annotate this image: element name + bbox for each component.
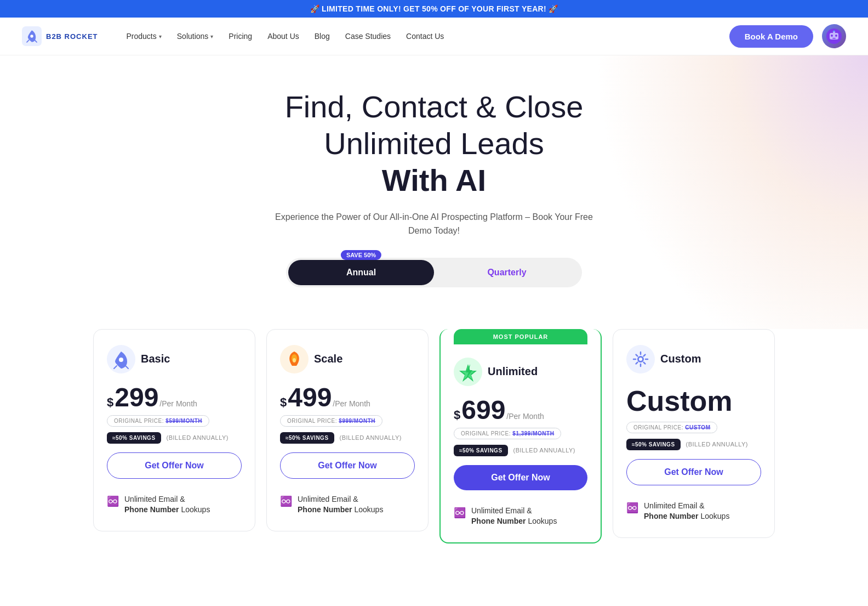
basic-savings: ≈50% SAVINGS (BILLED ANNUALLY) xyxy=(107,432,242,444)
infinity-icon: ♾️ xyxy=(626,502,638,514)
nav-links: Products ▾ Solutions ▾ Pricing About Us … xyxy=(120,27,729,45)
svg-point-13 xyxy=(293,358,296,363)
basic-plan-name: Basic xyxy=(141,353,170,365)
unlimited-plan-card: MOST POPULAR Unlimited $ 699 /Per Month … xyxy=(439,329,602,543)
nav-about[interactable]: About Us xyxy=(261,27,306,45)
basic-plan-icon xyxy=(107,345,135,373)
quarterly-toggle[interactable]: Quarterly xyxy=(434,260,580,285)
hero-background xyxy=(594,55,868,329)
toggle-pill: SAVE 50% Annual Quarterly xyxy=(286,258,582,287)
scale-plan-card: Scale $ 499 /Per Month ORIGINAL PRICE: $… xyxy=(266,329,429,531)
unlimited-plan-name: Unlimited xyxy=(488,365,538,378)
basic-plan-card: Basic $ 299 /Per Month ORIGINAL PRICE: $… xyxy=(93,329,255,531)
svg-point-1 xyxy=(30,35,33,37)
logo-icon xyxy=(22,26,42,46)
book-demo-button[interactable]: Book A Demo xyxy=(729,25,813,48)
save-badge: SAVE 50% xyxy=(341,250,381,260)
scale-cta-button[interactable]: Get Offer Now xyxy=(280,452,415,479)
scale-original-price: ORIGINAL PRICE: $999/MONTH xyxy=(280,415,382,427)
unlimited-original-price: ORIGINAL PRICE: $1,399/MONTH xyxy=(454,428,561,439)
plan-header: Unlimited xyxy=(454,358,587,386)
custom-plan-card: Custom Custom ORIGINAL PRICE: CUSTOM ≈50… xyxy=(613,329,775,538)
custom-plan-icon xyxy=(626,345,655,373)
scale-plan-name: Scale xyxy=(314,353,342,365)
basic-price-row: $ 299 /Per Month xyxy=(107,384,242,411)
infinity-icon: ♾️ xyxy=(454,507,466,519)
plan-header: Scale xyxy=(280,345,415,373)
chevron-down-icon: ▾ xyxy=(159,33,162,39)
nav-case-studies[interactable]: Case Studies xyxy=(339,27,397,45)
hero-title: Find, Contact & Close Unlimited Leads Wi… xyxy=(242,88,626,199)
infinity-icon: ♾️ xyxy=(107,495,119,507)
scale-plan-icon xyxy=(280,345,309,373)
plan-header: Basic xyxy=(107,345,242,373)
custom-plan-name: Custom xyxy=(660,353,701,365)
nav-contact[interactable]: Contact Us xyxy=(399,27,450,45)
custom-original-price: ORIGINAL PRICE: CUSTOM xyxy=(626,422,717,433)
custom-savings: ≈50% SAVINGS (BILLED ANNUALLY) xyxy=(626,439,761,450)
basic-cta-button[interactable]: Get Offer Now xyxy=(107,452,242,479)
basic-feature-email: ♾️ Unlimited Email & Phone Number Lookup… xyxy=(107,494,242,516)
nav-pricing[interactable]: Pricing xyxy=(222,27,259,45)
billing-toggle[interactable]: SAVE 50% Annual Quarterly xyxy=(22,258,846,287)
unlimited-savings: ≈50% SAVINGS (BILLED ANNUALLY) xyxy=(454,445,587,456)
chevron-down-icon: ▾ xyxy=(210,33,213,39)
navbar: B2B ROCKET Products ▾ Solutions ▾ Pricin… xyxy=(0,18,868,55)
unlimited-plan-icon xyxy=(454,358,482,386)
svg-point-5 xyxy=(835,35,837,37)
logo-text: B2B ROCKET xyxy=(46,32,98,41)
unlimited-cta-button[interactable]: Get Offer Now xyxy=(454,465,587,490)
nav-right: Book A Demo xyxy=(729,24,846,48)
annual-toggle[interactable]: SAVE 50% Annual xyxy=(288,260,434,285)
hero-subtitle: Experience the Power of Our All-in-One A… xyxy=(275,210,593,238)
custom-feature-email: ♾️ Unlimited Email & Phone Number Lookup… xyxy=(626,501,761,522)
unlimited-feature-email: ♾️ Unlimited Email & Phone Number Lookup… xyxy=(454,506,587,527)
scale-price-row: $ 499 /Per Month xyxy=(280,384,415,411)
svg-point-18 xyxy=(639,358,642,361)
plan-header: Custom xyxy=(626,345,761,373)
avatar[interactable] xyxy=(822,24,846,48)
hero-section: Find, Contact & Close Unlimited Leads Wi… xyxy=(0,55,868,329)
nav-solutions[interactable]: Solutions ▾ xyxy=(170,27,220,45)
nav-products[interactable]: Products ▾ xyxy=(120,27,168,45)
custom-cta-button[interactable]: Get Offer Now xyxy=(626,459,761,485)
scale-savings: ≈50% SAVINGS (BILLED ANNUALLY) xyxy=(280,432,415,444)
svg-point-4 xyxy=(831,35,833,37)
promo-banner: 🚀 LIMITED TIME ONLY! GET 50% OFF OF YOUR… xyxy=(0,0,868,18)
unlimited-price-row: $ 699 /Per Month xyxy=(454,397,587,423)
logo[interactable]: B2B ROCKET xyxy=(22,26,98,46)
custom-price-row: Custom xyxy=(626,384,761,417)
avatar-icon xyxy=(825,27,843,45)
most-popular-badge: MOST POPULAR xyxy=(454,329,587,344)
basic-original-price: ORIGINAL PRICE: $599/MONTH xyxy=(107,415,209,427)
svg-rect-6 xyxy=(832,38,836,39)
scale-feature-email: ♾️ Unlimited Email & Phone Number Lookup… xyxy=(280,494,415,516)
svg-point-10 xyxy=(119,358,123,362)
infinity-icon: ♾️ xyxy=(280,495,292,507)
pricing-section: Basic $ 299 /Per Month ORIGINAL PRICE: $… xyxy=(0,329,868,576)
nav-blog[interactable]: Blog xyxy=(308,27,336,45)
svg-point-8 xyxy=(833,31,835,32)
